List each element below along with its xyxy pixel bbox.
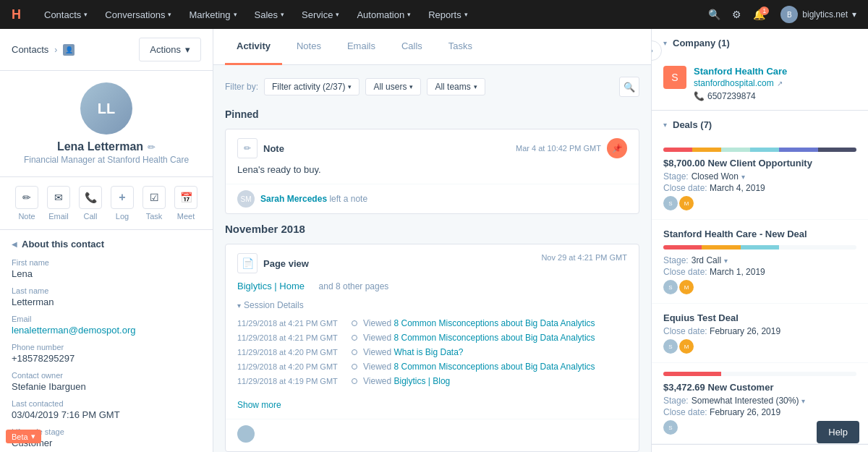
- page-view-link[interactable]: Biglytics | Home: [237, 281, 305, 291]
- nav-reports[interactable]: Reports ▾: [428, 9, 468, 20]
- help-button[interactable]: Help: [817, 421, 859, 443]
- right-panel: › ▾ Company (1) S Stanford Health Care: [651, 29, 868, 452]
- tab-emails[interactable]: Emails: [336, 29, 387, 65]
- commenter-avatar: SM: [237, 190, 255, 208]
- company-website[interactable]: stanfordhospital.com ↗: [694, 78, 787, 88]
- session-chevron-icon: ▾: [237, 302, 241, 310]
- session-page-link[interactable]: 8 Common Misconceptions about Big Data A…: [393, 362, 595, 372]
- note-card-icon: ✏: [237, 138, 258, 158]
- show-more-link[interactable]: Show more: [226, 397, 639, 419]
- nav-contacts[interactable]: Contacts ▾: [44, 9, 88, 20]
- tab-notes[interactable]: Notes: [285, 29, 333, 65]
- company-section-header[interactable]: ▾ Company (1): [652, 29, 868, 57]
- table-row: 11/29/2018 at 4:20 PM GMT Viewed What is…: [237, 345, 627, 359]
- actions-dropdown-btn[interactable]: Actions ▾: [139, 38, 201, 61]
- person-icon: 👤: [65, 46, 73, 54]
- log-icon: +: [111, 186, 134, 209]
- email-action-btn[interactable]: ✉ Email: [47, 186, 70, 221]
- deal-item: $8,700.00 New Client Opportunity Stage: …: [652, 139, 868, 220]
- filter-by-label: Filter by:: [225, 82, 258, 92]
- actions-button[interactable]: Actions ▾: [139, 38, 201, 61]
- deal-stage-dropdown[interactable]: ▾: [741, 173, 745, 181]
- activity-feed: Filter by: Filter activity (2/37) ▾ All …: [213, 65, 651, 452]
- settings-icon[interactable]: ⚙: [732, 9, 741, 20]
- deal-stage-dropdown[interactable]: ▾: [801, 397, 805, 405]
- dot-icon: [352, 364, 357, 370]
- dot-icon: [352, 349, 357, 355]
- edit-contact-icon[interactable]: ✏: [148, 142, 156, 153]
- tab-calls[interactable]: Calls: [390, 29, 434, 65]
- deal-name: $8,700.00 New Client Opportunity: [663, 158, 856, 169]
- deal-avatar: M: [679, 280, 694, 294]
- session-page-link[interactable]: What is Big Data?: [393, 347, 463, 357]
- notification-badge: 1: [760, 7, 769, 15]
- filter-activity-button[interactable]: Filter activity (2/37) ▾: [264, 78, 359, 95]
- sidebar-collapse-icon[interactable]: 👤: [63, 44, 75, 56]
- progress-segment: [741, 245, 779, 250]
- filter-activity-chevron-icon: ▾: [348, 83, 352, 90]
- dot-icon: [352, 320, 357, 326]
- note-card-footer: SM Sarah Mercedes left a note: [226, 184, 639, 213]
- meet-action-btn[interactable]: 📅 Meet: [174, 186, 197, 221]
- deals-section-header[interactable]: ▾ Deals (7): [652, 111, 868, 139]
- company-name: Stanford Health Care: [694, 66, 787, 77]
- session-page-link[interactable]: Biglytics | Blog: [393, 376, 450, 386]
- activity-search-button[interactable]: 🔍: [619, 77, 639, 97]
- deal-avatar: S: [663, 420, 678, 435]
- nav-automation[interactable]: Automation ▾: [357, 9, 411, 20]
- phone-field: Phone number +18578295297: [12, 343, 201, 364]
- reports-chevron-icon: ▾: [464, 11, 468, 18]
- pin-button[interactable]: 📌: [607, 138, 627, 158]
- tab-tasks[interactable]: Tasks: [437, 29, 484, 65]
- company-section: ▾ Company (1) S Stanford Health Care sta…: [652, 29, 868, 111]
- deal-item: Stanford Health Care - New Deal Stage: 3…: [652, 220, 868, 304]
- page-view-icon: 📄: [237, 253, 258, 273]
- beta-chevron-icon: ▾: [31, 432, 35, 441]
- meet-icon: 📅: [174, 186, 197, 209]
- search-icon: 🔍: [624, 82, 635, 93]
- last-name-field: Last name Letterman: [12, 286, 201, 307]
- contact-info-section: LL Lena Letterman ✏ Financial Manager at…: [0, 71, 213, 177]
- filter-bar: Filter by: Filter activity (2/37) ▾ All …: [225, 77, 639, 97]
- about-section: ◀ About this contact First name Lena Las…: [0, 230, 213, 452]
- session-page-link[interactable]: 8 Common Misconceptions about Big Data A…: [393, 318, 595, 328]
- task-action-btn[interactable]: ☑ Task: [142, 186, 166, 221]
- hubspot-logo: H: [12, 7, 21, 22]
- user-menu[interactable]: B biglytics.net ▾: [780, 6, 856, 23]
- beta-badge[interactable]: Beta ▾: [6, 430, 41, 443]
- month-header: November 2018: [225, 223, 639, 235]
- progress-segment: [779, 148, 817, 152]
- about-section-toggle[interactable]: ◀ About this contact: [12, 239, 201, 250]
- deal-avatars: S M: [663, 196, 856, 210]
- session-page-link[interactable]: 8 Common Misconceptions about Big Data A…: [393, 333, 595, 343]
- filter-users-button[interactable]: All users ▾: [365, 78, 421, 95]
- action-buttons-row: ✏ Note ✉ Email 📞 Call + Log ☑ Task 📅 Mee: [0, 177, 213, 230]
- deal-progress-bar: [663, 245, 856, 250]
- deal-stage-dropdown[interactable]: ▾: [724, 257, 728, 265]
- notifications-bell[interactable]: 🔔 1: [753, 9, 769, 20]
- deal-progress-bar: [663, 372, 856, 376]
- user-avatar: B: [780, 6, 798, 23]
- nav-conversations[interactable]: Conversations ▾: [105, 9, 171, 20]
- deal-avatars: S M: [663, 339, 856, 354]
- nav-service[interactable]: Service ▾: [302, 9, 339, 20]
- session-details-toggle[interactable]: ▾ Session Details: [226, 297, 639, 316]
- search-icon[interactable]: 🔍: [708, 9, 720, 20]
- about-chevron-icon: ◀: [12, 240, 17, 248]
- page-view-footer: [226, 419, 639, 451]
- filter-users-chevron-icon: ▾: [409, 83, 413, 90]
- contact-title: Financial Manager at Stanford Health Car…: [24, 155, 189, 165]
- nav-marketing[interactable]: Marketing ▾: [189, 9, 237, 20]
- tab-activity[interactable]: Activity: [225, 29, 282, 65]
- nav-sales[interactable]: Sales ▾: [255, 9, 285, 20]
- call-action-btn[interactable]: 📞 Call: [79, 186, 102, 221]
- note-action-btn[interactable]: ✏ Note: [15, 186, 38, 221]
- november-section: November 2018 📄 Page view Nov 29 at 4:21…: [225, 223, 639, 452]
- contacts-breadcrumb[interactable]: Contacts: [12, 44, 48, 55]
- log-action-btn[interactable]: + Log: [111, 186, 134, 221]
- chevron-right-icon: ›: [651, 46, 653, 56]
- progress-segment: [750, 148, 779, 152]
- filter-teams-button[interactable]: All teams ▾: [427, 78, 485, 95]
- avatar: LL: [80, 82, 132, 135]
- first-name-field: First name Lena: [12, 258, 201, 279]
